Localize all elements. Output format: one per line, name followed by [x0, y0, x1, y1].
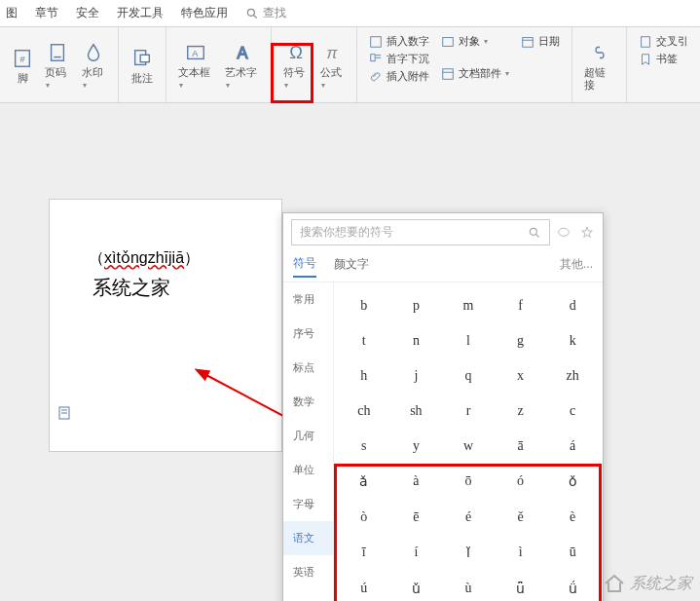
- symbol-cell[interactable]: r: [442, 394, 495, 429]
- pinyin-line[interactable]: （xìtǒngzhījiā）: [89, 248, 262, 269]
- popup-search-row: 搜索你想要的符号: [283, 213, 603, 251]
- symbol-search-input[interactable]: 搜索你想要的符号: [291, 219, 550, 245]
- category-item[interactable]: 物理: [283, 589, 333, 601]
- symbol-cell[interactable]: ch: [338, 394, 390, 429]
- symbol-cell[interactable]: á: [546, 429, 599, 464]
- symbol-cell[interactable]: à: [390, 464, 443, 500]
- date-button[interactable]: 日期: [519, 33, 562, 50]
- wordart-button[interactable]: A 艺术字: [219, 31, 266, 100]
- symbol-cell[interactable]: ǘ: [546, 571, 599, 601]
- equation-button[interactable]: π 公式: [314, 31, 350, 100]
- category-item[interactable]: 单位: [283, 453, 333, 487]
- svg-text:#: #: [20, 55, 26, 64]
- insert-number-button[interactable]: 插入数字: [367, 33, 431, 50]
- group-ref: 交叉引 书签: [627, 27, 700, 102]
- footer-button[interactable]: # 脚: [6, 31, 39, 100]
- category-item[interactable]: 英语: [283, 555, 333, 589]
- tab-tese[interactable]: 特色应用: [181, 5, 228, 21]
- symbol-cell[interactable]: ū: [546, 535, 599, 571]
- object-icon: [441, 35, 455, 49]
- symbol-cell[interactable]: ǒ: [546, 464, 599, 500]
- symbol-cell[interactable]: x: [495, 358, 547, 394]
- command-search[interactable]: 查找: [245, 5, 286, 21]
- symbol-cell[interactable]: è: [546, 500, 599, 535]
- symbol-cell[interactable]: sh: [390, 394, 443, 429]
- symbol-cell[interactable]: ǎ: [338, 464, 390, 500]
- btn-label: 水印: [82, 66, 106, 91]
- symbol-cell[interactable]: n: [390, 323, 443, 358]
- symbol-cell[interactable]: ǖ: [495, 571, 547, 601]
- symbol-cell[interactable]: ú: [338, 571, 390, 601]
- symbol-cell[interactable]: q: [442, 358, 495, 394]
- category-item[interactable]: 数学: [283, 385, 333, 419]
- tab-kaomoji[interactable]: 颜文字: [334, 252, 369, 277]
- category-item[interactable]: 几何: [283, 419, 333, 453]
- symbol-cell[interactable]: é: [442, 500, 495, 535]
- page[interactable]: （xìtǒngzhījiā） 系统之家: [49, 199, 282, 452]
- symbol-cell[interactable]: t: [338, 323, 390, 358]
- star-icon[interactable]: [579, 225, 595, 241]
- number-icon: [369, 35, 383, 49]
- symbol-cell[interactable]: ǔ: [390, 571, 443, 601]
- symbol-cell[interactable]: g: [495, 323, 547, 358]
- symbol-cell[interactable]: l: [442, 323, 495, 358]
- symbol-cell[interactable]: ì: [495, 535, 547, 571]
- symbol-cell[interactable]: ā: [495, 429, 547, 464]
- bookmark-button[interactable]: 书签: [637, 51, 690, 67]
- symbol-cell[interactable]: ī: [338, 535, 390, 571]
- tab-symbol[interactable]: 符号: [293, 251, 316, 278]
- symbol-cell[interactable]: j: [390, 358, 443, 394]
- doc-parts-button[interactable]: 文档部件▾: [439, 65, 511, 82]
- tab-kaifa[interactable]: 开发工具: [117, 5, 164, 21]
- attach-icon: [369, 70, 383, 84]
- symbol-cell[interactable]: w: [442, 429, 495, 464]
- symbol-cell[interactable]: y: [390, 429, 443, 464]
- symbol-cell[interactable]: f: [495, 288, 547, 323]
- symbol-cell[interactable]: ě: [495, 500, 547, 535]
- paste-options-icon[interactable]: [56, 405, 72, 421]
- drop-cap-button[interactable]: 首字下沉: [367, 51, 431, 67]
- symbol-cell[interactable]: s: [338, 429, 390, 464]
- other-link[interactable]: 其他...: [560, 256, 593, 273]
- hash-icon: #: [11, 47, 34, 70]
- symbol-cell[interactable]: ǐ: [442, 535, 495, 571]
- symbol-cell[interactable]: m: [442, 288, 495, 323]
- category-item[interactable]: 语文: [283, 521, 333, 555]
- symbol-button[interactable]: Ω 符号: [277, 31, 313, 100]
- watermark-button[interactable]: 水印: [76, 31, 112, 100]
- symbol-cell[interactable]: h: [338, 358, 390, 394]
- xref-button[interactable]: 交叉引: [637, 33, 690, 50]
- bookmark-icon: [639, 53, 652, 66]
- object-button[interactable]: 对象▾: [439, 33, 511, 50]
- category-item[interactable]: 序号: [283, 317, 333, 351]
- hanzi-line[interactable]: 系统之家: [92, 275, 262, 301]
- symbol-cell[interactable]: ó: [495, 464, 547, 500]
- category-item[interactable]: 标点: [283, 351, 333, 385]
- symbol-cell[interactable]: d: [546, 288, 599, 323]
- house-icon: [603, 572, 626, 595]
- symbol-grid: bpmfdtnlgkhjqxzhchshrzcsywāáǎàōóǒòēéěèīí…: [334, 282, 603, 601]
- symbol-cell[interactable]: c: [546, 394, 599, 429]
- category-item[interactable]: 常用: [283, 282, 333, 317]
- symbol-cell[interactable]: ò: [338, 500, 390, 535]
- attach-button[interactable]: 插入附件: [367, 68, 431, 85]
- symbol-cell[interactable]: z: [495, 394, 547, 429]
- tab-anquan[interactable]: 安全: [76, 5, 99, 21]
- date-icon: [521, 35, 534, 49]
- page-number-button[interactable]: 页码: [39, 31, 75, 100]
- symbol-cell[interactable]: b: [338, 288, 390, 323]
- tab-zhangjie[interactable]: 章节: [35, 5, 58, 21]
- symbol-cell[interactable]: zh: [546, 358, 599, 394]
- symbol-cell[interactable]: í: [390, 535, 443, 571]
- hyperlink-button[interactable]: 超链接: [578, 31, 620, 100]
- symbol-cell[interactable]: ō: [442, 464, 495, 500]
- symbol-cell[interactable]: ē: [390, 500, 443, 535]
- category-item[interactable]: 字母: [283, 487, 333, 521]
- symbol-cell[interactable]: ù: [442, 571, 495, 601]
- textbox-button[interactable]: A 文本框: [172, 31, 219, 100]
- symbol-cell[interactable]: p: [390, 288, 443, 323]
- chat-icon[interactable]: [556, 225, 571, 241]
- tab-tu[interactable]: 图: [6, 5, 18, 21]
- symbol-cell[interactable]: k: [546, 323, 599, 358]
- annotation-button[interactable]: 批注: [125, 31, 160, 100]
